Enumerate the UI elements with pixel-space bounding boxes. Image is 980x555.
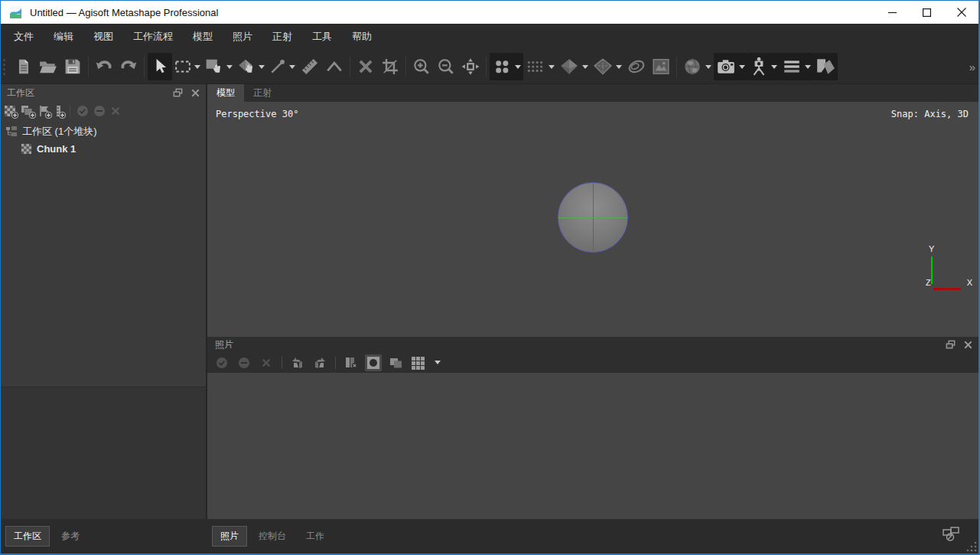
disable-photo-icon[interactable] bbox=[238, 357, 250, 369]
rotate-left-icon bbox=[291, 356, 304, 369]
axis-z-label: Z bbox=[926, 278, 931, 287]
save-project-button[interactable] bbox=[60, 53, 85, 80]
redo-button[interactable] bbox=[116, 53, 141, 80]
toolbar-separator bbox=[335, 357, 336, 369]
toolbar-overflow-button[interactable]: » bbox=[969, 60, 977, 73]
tab-console[interactable]: 控制台 bbox=[250, 526, 295, 547]
dropdown-caret-icon[interactable] bbox=[515, 65, 521, 69]
menu-photo[interactable]: 照片 bbox=[223, 24, 262, 49]
close-panel-icon[interactable] bbox=[962, 339, 974, 351]
show-info-button[interactable] bbox=[780, 53, 813, 80]
add-chunk-button[interactable] bbox=[4, 105, 16, 117]
rectangle-selection-button[interactable] bbox=[172, 53, 203, 80]
crop-region-button[interactable] bbox=[378, 53, 402, 80]
dropdown-caret-icon[interactable] bbox=[616, 65, 622, 69]
draw-polyline-button[interactable] bbox=[267, 53, 298, 80]
dropdown-caret-icon[interactable] bbox=[259, 65, 265, 69]
dropdown-caret-icon[interactable] bbox=[771, 65, 777, 69]
fit-to-view-button[interactable] bbox=[458, 53, 483, 80]
maximize-button[interactable] bbox=[910, 1, 944, 24]
menu-edit[interactable]: 编辑 bbox=[44, 24, 83, 49]
add-scalebar-button[interactable] bbox=[54, 105, 63, 117]
menu-view[interactable]: 视图 bbox=[83, 24, 123, 49]
enable-item-icon[interactable] bbox=[77, 105, 89, 117]
plus-badge-icon bbox=[45, 112, 52, 119]
toolbar-grip[interactable] bbox=[3, 54, 9, 80]
mesh-shaded-view-button[interactable] bbox=[557, 53, 591, 80]
tab-reference[interactable]: 参考 bbox=[53, 526, 88, 547]
add-photos-button[interactable] bbox=[21, 105, 34, 117]
zoom-out-button[interactable] bbox=[434, 53, 458, 80]
globe-view-button[interactable] bbox=[680, 53, 714, 80]
menu-workflow[interactable]: 工作流程 bbox=[123, 24, 183, 49]
dropdown-caret-icon[interactable] bbox=[194, 65, 200, 69]
open-project-button[interactable] bbox=[36, 53, 60, 80]
menu-bar: 文件 编辑 视图 工作流程 模型 照片 正射 工具 帮助 bbox=[1, 24, 978, 50]
tab-workspace[interactable]: 工作区 bbox=[5, 526, 50, 547]
float-panel-icon[interactable] bbox=[172, 87, 184, 99]
axis-gizmo: Y Z X bbox=[923, 244, 974, 292]
dock-empty-area bbox=[1, 387, 206, 519]
network-status-icon[interactable] bbox=[942, 526, 962, 543]
add-marker-button[interactable] bbox=[38, 105, 50, 117]
dropdown-caret-icon[interactable] bbox=[549, 65, 555, 69]
remove-photo-icon[interactable] bbox=[261, 357, 272, 368]
resize-grip[interactable] bbox=[965, 540, 978, 553]
orthophoto-view-button[interactable] bbox=[649, 53, 673, 80]
menu-model[interactable]: 模型 bbox=[183, 24, 223, 49]
thumbnail-view-button[interactable] bbox=[365, 354, 382, 371]
dense-cloud-view-button[interactable] bbox=[523, 53, 557, 80]
filter-photos-button[interactable] bbox=[343, 354, 360, 371]
mesh-wireframe-view-button[interactable] bbox=[591, 53, 624, 80]
dropdown-caret-icon[interactable] bbox=[289, 65, 295, 69]
menu-ortho[interactable]: 正射 bbox=[262, 24, 302, 49]
photos-content-area[interactable] bbox=[207, 373, 978, 519]
photos-panel: 照片 bbox=[207, 337, 978, 519]
show-cameras-button[interactable] bbox=[714, 53, 747, 80]
tab-model[interactable]: 模型 bbox=[207, 84, 244, 102]
float-panel-icon[interactable] bbox=[945, 339, 956, 351]
contour-view-button[interactable] bbox=[624, 53, 649, 80]
menu-tools[interactable]: 工具 bbox=[302, 24, 342, 49]
dropdown-caret-icon[interactable] bbox=[705, 65, 711, 69]
new-document-button[interactable] bbox=[11, 53, 36, 80]
dropdown-caret-icon[interactable] bbox=[226, 65, 233, 69]
tab-jobs[interactable]: 工作 bbox=[298, 526, 333, 547]
app-logo-icon bbox=[9, 6, 22, 19]
ruler-button[interactable] bbox=[298, 53, 322, 80]
tab-photos[interactable]: 照片 bbox=[212, 526, 247, 547]
rectangle-drag-button[interactable] bbox=[203, 53, 235, 80]
dropdown-caret-icon[interactable] bbox=[435, 361, 441, 364]
details-view-button[interactable] bbox=[409, 354, 426, 371]
show-markers-button[interactable] bbox=[747, 53, 780, 80]
close-button[interactable] bbox=[944, 1, 978, 24]
tree-item-workspace[interactable]: 工作区 (1个堆块) bbox=[1, 123, 206, 140]
menu-help[interactable]: 帮助 bbox=[342, 24, 382, 49]
angle-measure-button[interactable] bbox=[322, 53, 347, 80]
dropdown-caret-icon[interactable] bbox=[739, 65, 745, 69]
model-viewport[interactable]: Perspective 30° Snap: Axis, 3D Y Z X bbox=[207, 102, 978, 337]
undo-button[interactable] bbox=[92, 53, 116, 80]
point-cloud-view-button[interactable] bbox=[490, 53, 523, 80]
close-panel-icon[interactable] bbox=[190, 87, 201, 99]
dropdown-caret-icon[interactable] bbox=[805, 65, 811, 69]
menu-file[interactable]: 文件 bbox=[4, 24, 44, 49]
delete-selection-button[interactable] bbox=[353, 53, 378, 80]
pairs-view-button[interactable] bbox=[387, 354, 404, 371]
tab-ortho[interactable]: 正射 bbox=[244, 84, 281, 102]
axis-x-label: X bbox=[967, 278, 972, 287]
rotate-right-button[interactable] bbox=[311, 354, 328, 371]
navigation-button[interactable] bbox=[235, 53, 267, 80]
zoom-in-button[interactable] bbox=[409, 53, 434, 80]
trackball-sphere[interactable] bbox=[558, 182, 628, 253]
disable-item-icon[interactable] bbox=[93, 105, 106, 117]
rotate-left-button[interactable] bbox=[289, 354, 306, 371]
chunk-icon bbox=[21, 143, 32, 155]
enable-photo-icon[interactable] bbox=[216, 357, 228, 369]
remove-item-icon[interactable] bbox=[110, 106, 121, 116]
tree-item-chunk[interactable]: Chunk 1 bbox=[1, 140, 206, 157]
minimize-button[interactable] bbox=[875, 1, 910, 24]
select-arrow-button[interactable] bbox=[148, 53, 172, 80]
dropdown-caret-icon[interactable] bbox=[582, 65, 588, 69]
show-images-button[interactable] bbox=[813, 53, 838, 80]
